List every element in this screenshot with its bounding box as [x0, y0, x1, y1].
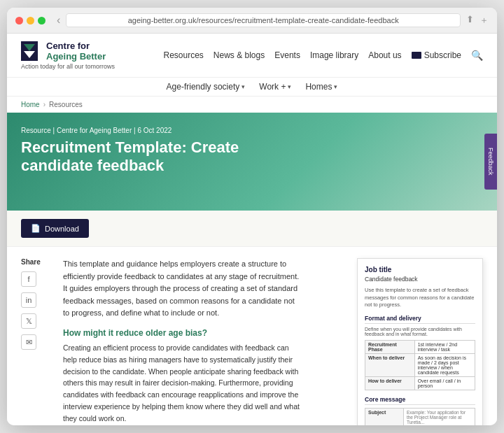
core-label: Subject: [365, 408, 404, 425]
doc-format-section: Format and delivery: [365, 315, 475, 324]
page-content: Centre for Ageing Better Action today fo…: [7, 34, 497, 425]
table-cell-label: How to deliver: [365, 376, 415, 390]
logo-area: Centre for Ageing Better Action today fo…: [21, 41, 115, 70]
doc-preview-title: Job title: [365, 266, 475, 274]
table-row: Recruitment Phase 1st interview / 2nd in…: [365, 340, 475, 353]
breadcrumb-resources: Resources: [49, 101, 83, 108]
facebook-icon[interactable]: f: [21, 271, 36, 287]
nav-age-friendly[interactable]: Age-friendly society ▾: [167, 82, 246, 92]
doc-preview-subtitle: Candidate feedback: [365, 276, 475, 283]
logo-tagline: Action today for all our tomorrows: [21, 63, 115, 70]
table-cell-value: 1st interview / 2nd interview / task: [414, 340, 475, 353]
table-cell-label: When to deliver: [365, 353, 415, 376]
share-sidebar: Share f in 𝕏 ✉: [21, 258, 56, 425]
table-cell-value: Over email / call / in person: [414, 376, 475, 390]
search-icon[interactable]: 🔍: [471, 50, 483, 61]
table-row: How to deliver Over email / call / in pe…: [365, 376, 475, 390]
hero-section: Resource | Centre for Ageing Better | 6 …: [7, 113, 497, 211]
table-cell-label: Recruitment Phase: [365, 340, 415, 353]
logo-text: Centre for Ageing Better: [46, 41, 106, 62]
article-body: Creating an efficient process to provide…: [63, 342, 301, 425]
browser-actions: ⬆ ＋: [466, 14, 489, 27]
share-label: Share: [21, 258, 56, 266]
minimize-button[interactable]: [27, 17, 34, 24]
article-subheading: How might it reduce older age bias?: [63, 328, 301, 338]
breadcrumb: Home › Resources: [7, 97, 497, 113]
secondary-nav: Age-friendly society ▾ Work + ▾ Homes ▾: [7, 78, 497, 97]
twitter-icon[interactable]: 𝕏: [21, 313, 36, 329]
close-button[interactable]: [15, 17, 23, 24]
breadcrumb-home[interactable]: Home: [21, 101, 40, 108]
main-nav: Resources News & blogs Events Image libr…: [163, 50, 483, 61]
browser-window: ‹ ageing-better.org.uk/resources/recruit…: [7, 8, 497, 425]
browser-chrome: ‹ ageing-better.org.uk/resources/recruit…: [7, 8, 497, 34]
doc-preview: Job title Candidate feedback Use this te…: [357, 258, 483, 425]
address-bar[interactable]: ageing-better.org.uk/resources/recruitme…: [66, 13, 461, 27]
table-cell-value: As soon as decision is made / 2 days pos…: [414, 353, 475, 376]
maximize-button[interactable]: [38, 17, 46, 24]
table-row: Subject Example: Your application for th…: [365, 408, 475, 425]
nav-resources[interactable]: Resources: [163, 50, 203, 60]
top-nav: Centre for Ageing Better Action today fo…: [7, 34, 497, 78]
core-value: Example: Your application for the Projec…: [403, 408, 475, 425]
nav-subscribe[interactable]: Subscribe: [412, 50, 461, 60]
content-area: Share f in 𝕏 ✉ This template and guidanc…: [7, 247, 497, 425]
chevron-down-icon: ▾: [288, 83, 291, 90]
doc-format-desc: Define when you will provide candidates …: [365, 327, 475, 336]
resource-label: Resource | Centre for Ageing Better | 6 …: [21, 127, 483, 134]
breadcrumb-separator: ›: [43, 101, 46, 108]
doc-table: Recruitment Phase 1st interview / 2nd in…: [365, 340, 475, 390]
back-button[interactable]: ‹: [57, 14, 60, 27]
nav-work[interactable]: Work + ▾: [259, 82, 291, 92]
mail-icon: [412, 52, 421, 59]
download-section: 📄 Download: [7, 211, 497, 247]
article-text: This template and guidance helps employe…: [63, 258, 301, 425]
linkedin-icon[interactable]: in: [21, 292, 36, 308]
nav-events[interactable]: Events: [274, 50, 300, 60]
article-intro: This template and guidance helps employe…: [63, 258, 301, 320]
logo-main: Centre for Ageing Better: [21, 41, 115, 62]
article-area: Share f in 𝕏 ✉ This template and guidanc…: [21, 258, 343, 425]
social-icons: f in 𝕏 ✉: [21, 271, 56, 350]
nav-news-blogs[interactable]: News & blogs: [214, 50, 265, 60]
chevron-down-icon: ▾: [241, 83, 245, 90]
download-label: Download: [45, 225, 79, 233]
download-icon: 📄: [31, 224, 41, 233]
table-row: When to deliver As soon as decision is m…: [365, 353, 475, 376]
doc-core-table: Subject Example: Your application for th…: [365, 408, 475, 426]
nav-homes[interactable]: Homes ▾: [305, 82, 337, 92]
page-title: Recruitment Template: Create candidate f…: [21, 139, 298, 187]
doc-core-section: Core message: [365, 396, 475, 405]
chevron-down-icon: ▾: [334, 83, 337, 90]
feedback-tab[interactable]: Feedback: [484, 134, 497, 190]
nav-about-us[interactable]: About us: [368, 50, 401, 60]
new-tab-icon[interactable]: ＋: [479, 14, 489, 27]
email-icon[interactable]: ✉: [21, 334, 36, 350]
logo-icon: [21, 41, 38, 61]
traffic-lights: [15, 17, 46, 24]
nav-image-library[interactable]: Image library: [310, 50, 358, 60]
doc-preview-desc: Use this template to create a set of fee…: [365, 287, 475, 309]
share-browser-icon[interactable]: ⬆: [466, 14, 474, 27]
download-button[interactable]: 📄 Download: [21, 219, 89, 238]
